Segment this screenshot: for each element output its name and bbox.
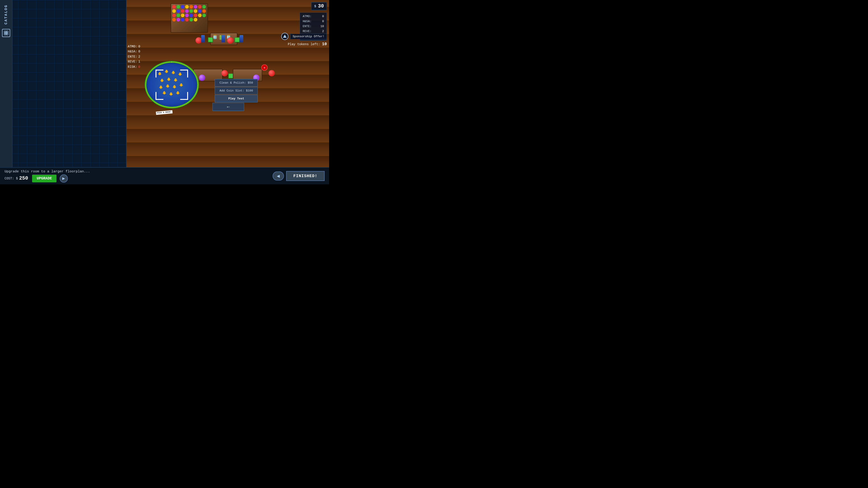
green-item-2 <box>235 37 240 42</box>
bottle-item: 🫙 <box>213 34 217 39</box>
ball <box>185 13 189 17</box>
r-ente-label: ENTE: <box>303 24 311 29</box>
bottom-bar: Upgrade this room to a larger floorplan.… <box>0 167 329 184</box>
close-button[interactable]: ✕ <box>261 64 268 71</box>
sponsorship-triangle-icon <box>281 33 288 40</box>
play-tokens-display: Play tokens left: 10 <box>288 42 327 46</box>
catalog-sidebar: CATALOG <box>0 0 12 167</box>
add-coin-slot-button[interactable]: Add Coin Slot: $100 <box>215 87 258 94</box>
ente-label: ENTE: <box>128 54 137 59</box>
back-button[interactable]: ← <box>213 103 244 111</box>
duck-5: 🐥 <box>160 78 164 83</box>
finished-button[interactable]: FINISHED! <box>286 171 324 181</box>
ball-box-body <box>170 3 208 33</box>
ball <box>198 9 202 13</box>
upgrade-arrow-button[interactable]: ▶ <box>60 174 68 183</box>
ball <box>185 18 189 22</box>
risk-row: RISK: 0 <box>128 64 140 69</box>
ball <box>172 18 176 22</box>
ball <box>172 9 176 13</box>
r-hsa-value: 0 <box>322 19 324 24</box>
clean-polish-button[interactable]: Clean & Polish: $50 <box>215 79 258 87</box>
atmo-value: 0 <box>138 44 140 49</box>
ball <box>177 5 180 8</box>
money-value: 30 <box>318 3 324 9</box>
catalog-panel: CATALOG <box>0 0 127 167</box>
r-atmo-label: ATMO: <box>303 14 311 19</box>
svg-rect-1 <box>6 31 8 33</box>
risk-label: RISK: <box>128 64 137 69</box>
ball <box>202 5 206 8</box>
svg-rect-2 <box>4 33 6 35</box>
nav-left-button[interactable]: ◀ <box>273 171 284 181</box>
ball <box>189 18 193 22</box>
green-item-3 <box>228 73 233 78</box>
upgrade-text: Upgrade this room to a larger floorplan.… <box>4 170 138 173</box>
reve-value: 1 <box>138 59 140 64</box>
duck-1: 🐥 <box>158 72 162 76</box>
play-test-button[interactable]: Play Test <box>215 95 258 102</box>
duck-12: 🐥 <box>162 91 166 95</box>
catalog-label: CATALOG <box>4 4 8 24</box>
duck-pool[interactable]: 🐥 🐥 🐥 🐥 🐥 🐥 🐥 🐥 🐥 🐥 🐥 🐥 🐥 🐥 PICK A DUCK! <box>145 61 199 111</box>
duck-3: 🐥 <box>171 71 175 74</box>
upgrade-button[interactable]: UPGRADE <box>32 175 56 182</box>
reve-row: REVE: 1 <box>128 59 140 64</box>
purple-ball-1 <box>199 74 205 81</box>
atmo-row: ATMO: 0 <box>128 44 140 49</box>
red-ball-4 <box>269 70 275 76</box>
ball <box>198 13 202 17</box>
pool-dots <box>145 62 198 108</box>
r-hsa-label: H&SA: <box>303 19 311 24</box>
r-atmo-row: ATMO: 0 <box>303 14 324 19</box>
duck-11: 🐥 <box>179 83 183 87</box>
ball <box>181 9 184 13</box>
play-tokens-label: Play tokens left: <box>288 42 320 46</box>
duck-2: 🐥 <box>164 70 168 73</box>
ball <box>177 18 180 22</box>
svg-rect-0 <box>4 31 6 33</box>
r-ente-value: 10 <box>320 24 324 29</box>
ball <box>194 13 197 17</box>
ball <box>198 5 202 8</box>
ball <box>177 9 180 13</box>
upgrade-cost: COST: $ 250 UPGRADE ▶ <box>4 174 138 183</box>
catalog-icon[interactable] <box>2 29 10 37</box>
ball <box>194 9 197 13</box>
ball <box>202 13 206 17</box>
blue-bottle-3 <box>240 35 243 42</box>
sponsorship-label: Sponsorship Offer! <box>290 34 327 39</box>
svg-rect-3 <box>6 33 8 35</box>
red-ball-2 <box>227 37 234 43</box>
money-display: $ 30 <box>311 2 327 10</box>
risk-value: 0 <box>138 64 140 69</box>
duck-14: 🐥 <box>176 91 180 95</box>
reve-label: REVE: <box>128 59 137 64</box>
ball <box>194 5 197 8</box>
back-arrow-icon: ← <box>227 104 230 109</box>
ball <box>185 5 189 8</box>
ball <box>172 13 176 17</box>
green-item-1 <box>208 37 213 42</box>
red-ball-3 <box>221 70 228 76</box>
ente-value: 2 <box>138 54 140 59</box>
ball <box>194 18 197 22</box>
ente-row: ENTE: 2 <box>128 54 140 59</box>
balls-container <box>172 5 206 31</box>
duck-4: 🐥 <box>178 72 182 76</box>
duck-13: 🐥 <box>169 92 173 96</box>
r-hsa-row: H&SA: 0 <box>303 19 324 24</box>
ball-box <box>170 3 208 38</box>
duck-10: 🐥 <box>173 85 176 89</box>
ball <box>181 13 184 17</box>
ball <box>189 5 193 8</box>
hsa-row: H&SA: 0 <box>128 49 140 54</box>
r-ente-row: ENTE: 10 <box>303 24 324 29</box>
play-tokens-value: 10 <box>322 42 327 46</box>
ball <box>172 5 176 8</box>
ball <box>189 9 193 13</box>
duck-8: 🐥 <box>159 86 163 89</box>
sponsorship-offer-button[interactable]: Sponsorship Offer! <box>281 33 327 40</box>
hsa-value: 0 <box>138 49 140 54</box>
duck-7: 🐥 <box>174 78 178 82</box>
